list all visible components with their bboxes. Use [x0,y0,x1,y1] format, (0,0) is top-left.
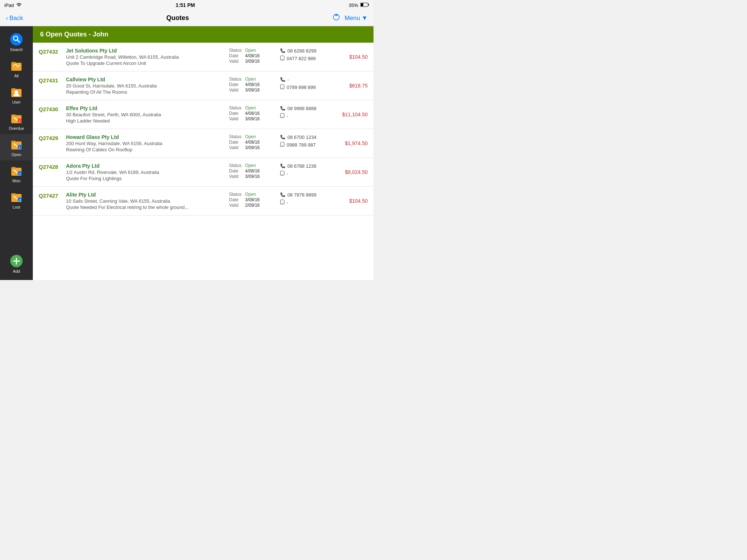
phone-row: 08 6700 1234 [280,134,335,140]
quote-id: Q27429 [39,135,66,141]
nav-actions: Menu ▼ [332,13,368,23]
phone-icon [280,192,285,198]
quote-contact: 08 9988 8888 - [280,105,335,119]
date-value: 3/08/16 [245,197,260,202]
phone-value: 08 6700 1234 [287,135,317,140]
quote-date-row: Date 4/08/16 [229,140,276,145]
sidebar-search-label: Search [10,47,23,52]
quote-meta: Status Open Date 4/08/16 Valid 3/09/16 [229,77,276,93]
quote-date-row: Date 4/08/16 [229,53,276,58]
quote-description: Rewiring Of Cables On Rooftop [66,147,225,152]
mobile-value: - [287,200,288,205]
status-label: Status [229,48,244,53]
quote-status-row: Status Open [229,77,276,82]
date-label: Date [229,111,244,116]
phone-value: - [287,77,289,82]
overdue-icon: ! [10,112,23,125]
quote-meta: Status Open Date 4/08/16 Valid 3/09/16 [229,163,276,179]
add-label: Add [13,269,20,273]
svg-rect-7 [11,62,16,64]
mobile-value: 0789 898 899 [287,85,316,90]
battery-icon [360,3,369,8]
date-label: Date [229,82,244,87]
svg-rect-6 [11,63,22,71]
page-title: Quotes [166,14,189,22]
sidebar-item-lost[interactable]: :( Lost [0,187,33,213]
quote-row[interactable]: Q27429 Howard Glass Pty Ltd 200 Hunt Way… [33,129,374,158]
phone-row: 08 6288 8299 [280,48,335,54]
quote-details: Alite Pty Ltd 10 Sails Street, Canning V… [66,192,225,210]
valid-label: Valid [229,174,244,179]
quote-valid-row: Valid 3/09/16 [229,88,276,93]
quote-company: Jet Solutions Pty Ltd [66,48,225,54]
all-icon [10,59,23,72]
quote-status-row: Status Open [229,192,276,197]
back-label: Back [9,15,23,22]
sidebar-won-label: Won [12,179,20,183]
valid-label: Valid [229,88,244,93]
sidebar-item-won[interactable]: ✓ Won [0,160,33,187]
main-layout: Search All [0,26,374,280]
sidebar-item-user[interactable]: User [0,82,33,108]
mobile-icon [280,55,285,62]
sidebar-item-search[interactable]: Search [0,29,33,55]
mobile-value: - [287,113,288,119]
quote-row[interactable]: Q27428 Adora Pty Ltd 1/2 Austin Rd, Rive… [33,158,374,187]
quote-description: Quote To Upgrade Current Aircon Unit [66,61,225,66]
quote-company: Alite Pty Ltd [66,192,225,198]
phone-value: 08 6788 1236 [287,163,317,169]
refresh-button[interactable] [332,13,340,23]
quote-status-row: Status Open [229,134,276,139]
status-value: Open [245,48,256,53]
svg-text:!: ! [19,120,20,123]
sidebar-item-overdue[interactable]: ! Overdue [0,108,33,134]
back-button[interactable]: ‹ Back [6,15,23,22]
svg-rect-30 [11,193,16,195]
content-header: 6 Open Quotes - John [33,26,374,43]
quote-contact: 08 6788 1236 - [280,163,335,177]
mobile-row: 0477 822 989 [280,55,335,62]
quote-description: Quote For Fixing Lightings [66,176,225,181]
date-value: 4/08/16 [245,111,260,116]
phone-icon [280,105,285,112]
valid-value: 3/09/16 [245,174,260,179]
menu-button[interactable]: Menu ▼ [345,15,368,22]
valid-label: Valid [229,116,244,121]
quote-details: Callview Pty Ltd 20 Good St, Harrisdale,… [66,77,225,95]
quote-meta: Status Open Date 3/08/16 Valid 2/09/16 [229,192,276,208]
quote-row[interactable]: Q27427 Alite Pty Ltd 10 Sails Street, Ca… [33,187,374,215]
nav-bar: ‹ Back Quotes Menu ▼ [0,10,374,26]
sidebar-item-open[interactable]: i Open [0,134,33,160]
lost-icon: :( [10,190,23,203]
valid-value: 2/09/16 [245,203,260,208]
quote-row[interactable]: Q27430 Effex Pty Ltd 30 Beaufort Street,… [33,100,374,129]
quote-valid-row: Valid 3/09/16 [229,145,276,150]
date-label: Date [229,197,244,202]
mobile-icon [280,84,285,90]
quote-valid-row: Valid 3/09/16 [229,116,276,121]
sidebar-user-label: User [12,100,20,104]
phone-icon [280,48,285,54]
open-icon: i [10,138,23,151]
quote-row[interactable]: Q27431 Callview Pty Ltd 20 Good St, Harr… [33,71,374,100]
valid-value: 3/09/16 [245,116,260,121]
valid-value: 3/09/16 [245,145,260,150]
quote-valid-row: Valid 3/09/16 [229,174,276,179]
quote-amount: $11,104.50 [338,112,368,117]
quote-details: Adora Pty Ltd 1/2 Austin Rd, Rivervale, … [66,163,225,181]
mobile-row: - [280,199,335,206]
quote-meta: Status Open Date 4/08/16 Valid 3/09/16 [229,105,276,121]
add-button[interactable]: Add [0,251,33,277]
sidebar-item-all[interactable]: All [0,55,33,82]
content-area: 6 Open Quotes - John Q27432 Jet Solution… [33,26,374,280]
quote-amount: $618.75 [338,83,368,89]
phone-value: 08 6288 8299 [287,48,317,54]
quote-description: Repainting Of All The Rooms [66,89,225,95]
quote-row[interactable]: Q27432 Jet Solutions Pty Ltd Unit 2 Camb… [33,43,374,71]
status-label: Status [229,77,244,82]
mobile-row: 0988 789 987 [280,142,335,148]
date-label: Date [229,53,244,58]
mobile-icon [280,199,285,206]
phone-row: 08 9988 8888 [280,105,335,112]
quote-date-row: Date 3/08/16 [229,197,276,202]
